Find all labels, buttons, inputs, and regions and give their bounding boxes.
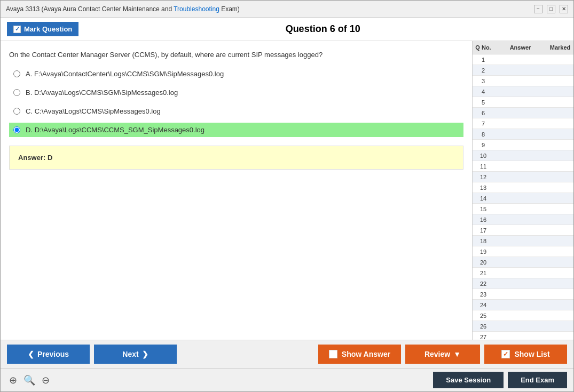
option-c[interactable]: C. C:\Avaya\Logs\CCMS\SipMessages0.log — [9, 104, 463, 118]
cell-answer — [494, 219, 547, 220]
question-list-row[interactable]: 27 — [473, 332, 573, 340]
zoom-out-button[interactable]: ⊖ — [40, 373, 52, 387]
show-answer-button[interactable]: Show Answer — [318, 345, 401, 364]
zoom-controls: ⊕ 🔍 ⊖ — [7, 373, 52, 387]
question-list-row[interactable]: 10 — [473, 150, 573, 161]
radio-d[interactable] — [13, 126, 20, 133]
question-list-row[interactable]: 7 — [473, 118, 573, 129]
cell-marked — [547, 134, 573, 135]
show-list-button[interactable]: Show List — [484, 345, 567, 364]
cell-qno: 26 — [473, 323, 494, 330]
cell-answer — [494, 123, 547, 124]
app-window: Avaya 3313 (Avaya Aura Contact Center Ma… — [0, 0, 574, 392]
option-b[interactable]: B. D:\Avaya\Logs\CCMS\SGM\SipMessages0.l… — [9, 85, 463, 100]
question-list-row[interactable]: 11 — [473, 161, 573, 172]
cell-qno: 3 — [473, 77, 494, 85]
toolbar: Mark Question Question 6 of 10 — [1, 18, 573, 41]
question-list-row[interactable]: 9 — [473, 140, 573, 150]
cell-answer — [494, 251, 547, 252]
end-exam-button[interactable]: End Exam — [508, 372, 567, 388]
cell-marked — [547, 219, 573, 220]
question-list-row[interactable]: 23 — [473, 289, 573, 300]
question-list-row[interactable]: 25 — [473, 310, 573, 321]
question-list-row[interactable]: 1 — [473, 54, 573, 65]
radio-c[interactable] — [13, 108, 20, 115]
cell-marked — [547, 113, 573, 114]
question-list-row[interactable]: 4 — [473, 86, 573, 97]
col-answer-header: Answer — [494, 43, 547, 52]
cell-marked — [547, 123, 573, 124]
question-list-row[interactable]: 20 — [473, 257, 573, 268]
cell-marked — [547, 241, 573, 242]
next-label: Next — [122, 350, 138, 358]
cell-marked — [547, 91, 573, 92]
zoom-in-button[interactable]: ⊕ — [7, 373, 19, 387]
cell-marked — [547, 70, 573, 71]
question-list-row[interactable]: 24 — [473, 300, 573, 310]
question-list-row[interactable]: 18 — [473, 236, 573, 246]
show-answer-checkbox-icon — [329, 350, 337, 358]
cell-answer — [494, 294, 547, 295]
question-list-row[interactable]: 2 — [473, 65, 573, 76]
next-button[interactable]: Next — [94, 345, 177, 364]
question-list-row[interactable]: 21 — [473, 268, 573, 278]
cell-answer — [494, 155, 547, 156]
main-content: On the Contact Center Manager Server (CC… — [1, 41, 573, 340]
question-list-row[interactable]: 12 — [473, 172, 573, 182]
restore-button[interactable]: □ — [547, 5, 555, 13]
cell-qno: 22 — [473, 280, 494, 287]
cell-qno: 18 — [473, 237, 494, 245]
option-d[interactable]: D. D:\Avaya\Logs\CCMS\CCMS_SGM_SipMessag… — [9, 123, 463, 137]
cell-marked — [547, 209, 573, 210]
cell-answer — [494, 315, 547, 316]
cell-answer — [494, 283, 547, 284]
radio-a[interactable] — [13, 70, 20, 77]
minimize-button[interactable]: − — [534, 5, 542, 13]
cell-qno: 15 — [473, 205, 494, 213]
cell-qno: 21 — [473, 269, 494, 277]
review-arrow-icon: ▼ — [453, 350, 461, 358]
question-list-row[interactable]: 8 — [473, 129, 573, 140]
option-a[interactable]: A. F:\Avaya\ContactCenter\Logs\CCMS\SGM\… — [9, 67, 463, 81]
save-session-button[interactable]: Save Session — [433, 372, 504, 388]
mark-question-button[interactable]: Mark Question — [7, 22, 78, 36]
cell-qno: 4 — [473, 88, 494, 95]
option-d-label: D. D:\Avaya\Logs\CCMS\CCMS_SGM_SipMessag… — [26, 126, 205, 134]
zoom-normal-button[interactable]: 🔍 — [21, 373, 37, 387]
question-list-row[interactable]: 14 — [473, 193, 573, 204]
review-button[interactable]: Review ▼ — [405, 345, 480, 364]
cell-answer — [494, 241, 547, 242]
previous-button[interactable]: Previous — [7, 345, 90, 364]
question-list-row[interactable]: 5 — [473, 97, 573, 108]
show-answer-label: Show Answer — [342, 350, 390, 358]
cell-marked — [547, 337, 573, 338]
close-button[interactable]: ✕ — [560, 5, 568, 13]
question-list-row[interactable]: 16 — [473, 214, 573, 225]
col-qno-header: Q No. — [473, 43, 494, 52]
cell-answer — [494, 81, 547, 82]
question-list-row[interactable]: 15 — [473, 204, 573, 214]
cell-marked — [547, 326, 573, 327]
cell-answer — [494, 337, 547, 338]
previous-label: Previous — [37, 350, 69, 358]
question-list-row[interactable]: 19 — [473, 246, 573, 257]
cell-qno: 5 — [473, 99, 494, 106]
cell-marked — [547, 177, 573, 178]
cell-marked — [547, 251, 573, 252]
cell-marked — [547, 273, 573, 274]
show-list-label: Show List — [514, 350, 549, 358]
mark-question-label: Mark Question — [24, 25, 72, 33]
cell-qno: 27 — [473, 333, 494, 340]
radio-b[interactable] — [13, 89, 20, 96]
question-list-row[interactable]: 17 — [473, 225, 573, 236]
question-list-row[interactable]: 6 — [473, 108, 573, 118]
question-list-row[interactable]: 3 — [473, 76, 573, 86]
question-list-row[interactable]: 26 — [473, 321, 573, 332]
option-a-label: A. F:\Avaya\ContactCenter\Logs\CCMS\SGM\… — [26, 70, 224, 78]
cell-qno: 14 — [473, 195, 494, 202]
cell-answer — [494, 187, 547, 188]
cell-marked — [547, 81, 573, 82]
question-list-row[interactable]: 13 — [473, 182, 573, 193]
question-list-row[interactable]: 22 — [473, 278, 573, 289]
next-arrow-icon — [142, 350, 148, 358]
